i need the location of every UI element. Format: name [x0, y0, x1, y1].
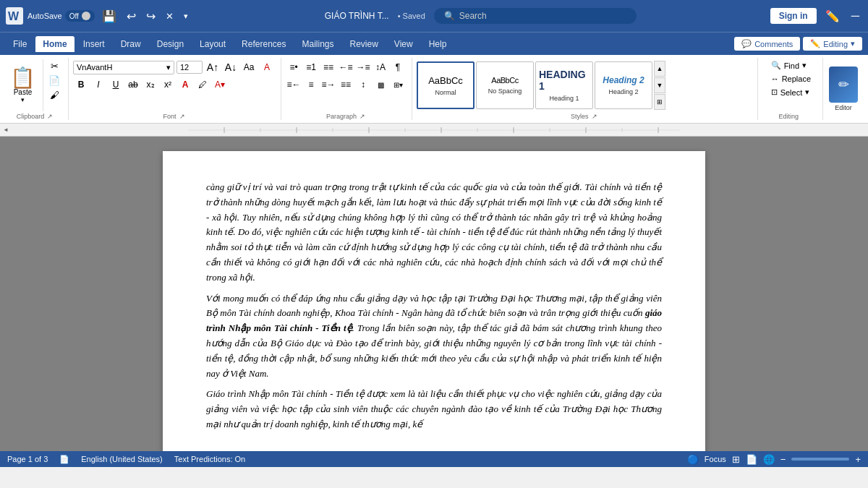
- text-predictions: Text Predictions: On: [174, 455, 245, 463]
- borders-button[interactable]: ⊞▾: [390, 77, 406, 93]
- increase-font-button[interactable]: A↑: [205, 59, 221, 75]
- font-color-button[interactable]: A: [177, 77, 193, 93]
- copy-button[interactable]: 📄: [46, 74, 62, 87]
- paste-button[interactable]: 📋 Paste ▾: [7, 59, 43, 111]
- select-button[interactable]: ⊡ Select ▾: [767, 86, 815, 98]
- shading-button[interactable]: ▩: [373, 77, 388, 93]
- styles-expand-icon[interactable]: ↗: [592, 113, 597, 120]
- view-layout-icon[interactable]: 📄: [746, 454, 757, 465]
- cut-button[interactable]: ✂: [46, 59, 62, 72]
- clipboard-side: ✂ 📄 🖌: [46, 59, 62, 111]
- superscript-button[interactable]: x²: [160, 77, 176, 93]
- view-web-icon[interactable]: 🌐: [763, 454, 775, 465]
- sign-in-button[interactable]: Sign in: [770, 8, 817, 24]
- status-right: 🔵 Focus ⊞ 📄 🌐 − +: [687, 454, 861, 465]
- bold-italic-text: giáo trình Nhập môn Tài chính - Tiền tệ: [206, 307, 662, 333]
- line-spacing-button[interactable]: ↕: [355, 77, 371, 93]
- editing-group: 🔍 Find ▾ ↔ Replace ⊡ Select ▾ Editing: [760, 58, 821, 120]
- strikethrough-button[interactable]: ✕: [163, 9, 176, 23]
- focus-label[interactable]: Focus: [705, 455, 726, 463]
- menu-view[interactable]: View: [387, 36, 420, 52]
- find-icon: 🔍: [771, 61, 781, 70]
- font-size-selector[interactable]: 12: [176, 61, 203, 74]
- justify-button[interactable]: ≡≡: [338, 77, 354, 93]
- menu-draw[interactable]: Draw: [114, 36, 148, 52]
- redo-button[interactable]: ↪: [143, 8, 158, 25]
- replace-button[interactable]: ↔ Replace: [767, 73, 815, 85]
- view-grid-icon[interactable]: ⊞: [732, 454, 740, 465]
- page[interactable]: càng giữ vị trí và vai trò quan trọng tr…: [163, 151, 705, 451]
- highlight-button[interactable]: 🖊: [195, 77, 210, 93]
- style-no-spacing[interactable]: AaBbCc No Spacing: [476, 61, 534, 109]
- align-left-button[interactable]: ≡←: [286, 77, 302, 93]
- editor-icon-btn[interactable]: ✏: [829, 67, 858, 103]
- zoom-slider[interactable]: [791, 458, 849, 461]
- styles-group: AaBbCc Normal AaBbCc No Spacing HEADING …: [414, 58, 758, 120]
- italic-button[interactable]: I: [90, 77, 106, 93]
- font-expand-icon[interactable]: ↗: [179, 113, 185, 120]
- format-painter-button[interactable]: 🖌: [46, 88, 62, 101]
- style-normal-preview: AaBbCc: [428, 75, 463, 86]
- style-heading2[interactable]: Heading 2 Heading 2: [595, 61, 652, 109]
- clear-format-button[interactable]: A: [259, 59, 275, 75]
- menu-layout[interactable]: Layout: [192, 36, 233, 52]
- style-h1-preview: HEADING 1: [539, 69, 590, 92]
- decrease-font-button[interactable]: A↓: [223, 59, 239, 75]
- comments-button[interactable]: 💬 Comments: [734, 37, 800, 51]
- find-dropdown-icon: ▾: [802, 61, 807, 70]
- show-marks-button[interactable]: ¶: [390, 59, 406, 75]
- paste-label: Paste: [14, 88, 33, 96]
- zoom-out-icon[interactable]: −: [780, 454, 786, 465]
- menu-mailings[interactable]: Mailings: [294, 36, 341, 52]
- sort-button[interactable]: ↕A: [373, 59, 388, 75]
- increase-indent-button[interactable]: →≡: [355, 59, 371, 75]
- search-placeholder: Search: [459, 11, 487, 21]
- customize-button[interactable]: ▾: [181, 10, 191, 22]
- style-heading1[interactable]: HEADING 1 Heading 1: [535, 61, 593, 109]
- search-box[interactable]: 🔍 Search: [434, 8, 637, 24]
- paragraph-expand-icon[interactable]: ↗: [359, 113, 365, 120]
- autosave-toggle[interactable]: Off: [65, 10, 95, 22]
- replace-label: Replace: [782, 74, 811, 83]
- menu-references[interactable]: References: [234, 36, 293, 52]
- subscript-button[interactable]: x₂: [142, 77, 158, 93]
- menu-home[interactable]: Home: [35, 36, 74, 52]
- ruler: ◄: [0, 124, 868, 137]
- zoom-in-icon[interactable]: +: [855, 454, 861, 465]
- styles-more[interactable]: ⊞: [654, 94, 665, 110]
- minimize-button[interactable]: ─: [848, 8, 862, 24]
- text-color-button[interactable]: A▾: [212, 77, 228, 93]
- status-bar: Page 1 of 3 📄 English (United States) Te…: [0, 451, 868, 467]
- multilevel-button[interactable]: ≡≡: [320, 59, 336, 75]
- align-right-button[interactable]: ≡→: [320, 77, 336, 93]
- change-case-button[interactable]: Aa: [241, 59, 257, 75]
- bullets-button[interactable]: ≡•: [286, 59, 302, 75]
- ribbon-content: 📋 Paste ▾ ✂ 📄 🖌 Clipboard ↗: [0, 55, 868, 123]
- style-nospacing-preview: AaBbCc: [491, 76, 518, 85]
- title-bar-left: W AutoSave Off 💾 ↩ ↪ ✕ ▾: [6, 7, 191, 25]
- font-family-selector[interactable]: VnAvantH ▾: [73, 61, 174, 74]
- undo-button[interactable]: ↩: [124, 8, 139, 25]
- menu-help[interactable]: Help: [422, 36, 454, 52]
- word-icon: W: [6, 7, 23, 25]
- editing-mode-button[interactable]: ✏️ Editing ▾: [803, 37, 862, 51]
- bold-button[interactable]: B: [73, 77, 89, 93]
- strikethrough-button2[interactable]: ab: [125, 77, 141, 93]
- style-normal[interactable]: AaBbCc Normal: [417, 61, 475, 109]
- menu-review[interactable]: Review: [343, 36, 386, 52]
- page-info: Page 1 of 3: [7, 455, 48, 463]
- find-label: Find: [784, 61, 799, 70]
- decrease-indent-button[interactable]: ←≡: [338, 59, 354, 75]
- edit-icon-btn[interactable]: ✏️: [822, 8, 843, 25]
- clipboard-expand-icon[interactable]: ↗: [47, 113, 53, 120]
- styles-scroll-up[interactable]: ▲: [654, 61, 665, 77]
- menu-file[interactable]: File: [6, 36, 34, 52]
- menu-design[interactable]: Design: [150, 36, 191, 52]
- underline-button[interactable]: U: [108, 77, 124, 93]
- align-center-button[interactable]: ≡: [303, 77, 319, 93]
- find-button[interactable]: 🔍 Find ▾: [767, 59, 815, 72]
- menu-insert[interactable]: Insert: [76, 36, 112, 52]
- numbering-button[interactable]: ≡1: [303, 59, 319, 75]
- styles-scroll-down[interactable]: ▼: [654, 77, 665, 93]
- save-button[interactable]: 💾: [99, 8, 119, 25]
